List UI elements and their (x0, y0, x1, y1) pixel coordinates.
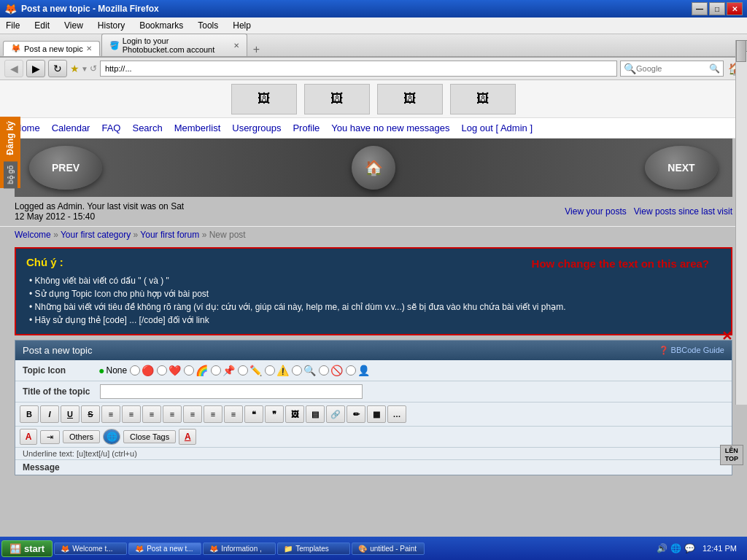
close-tags-button[interactable]: Close Tags (123, 430, 176, 443)
icon-radio-7[interactable]: 🔍 (292, 365, 316, 376)
indent-special-button[interactable]: ⇥ (40, 430, 60, 444)
nav-search[interactable]: Search (132, 122, 162, 133)
menu-view[interactable]: View (61, 19, 86, 32)
nav-messages[interactable]: You have no new messages (331, 122, 449, 133)
edit-button[interactable]: ✏ (347, 405, 365, 423)
view-posts-since-link[interactable]: View posts since last visit (634, 206, 732, 217)
align-center-button[interactable]: ≡ (122, 405, 141, 423)
taskbar-item-paint[interactable]: 🎨 untitled - Paint (352, 542, 425, 555)
menu-help[interactable]: Help (230, 19, 254, 32)
menu-bookmarks[interactable]: Bookmarks (136, 19, 186, 32)
start-button[interactable]: 🪟 start (1, 540, 53, 557)
others-button[interactable]: Others (63, 430, 100, 443)
menu-file[interactable]: File (3, 19, 23, 32)
menu-edit[interactable]: Edit (31, 19, 53, 32)
icon-radio-selected[interactable]: ● None (98, 365, 127, 376)
italic-button[interactable]: I (40, 405, 59, 423)
icon-radio-3[interactable]: 🌈 (184, 365, 208, 376)
search-submit-icon[interactable]: 🔍 (709, 63, 720, 74)
view-your-posts-link[interactable]: View your posts (565, 206, 627, 217)
close-button[interactable]: ✕ (727, 2, 743, 15)
nav-calendar[interactable]: Calendar (52, 122, 90, 133)
taskbar-network-icon[interactable]: 🌐 (670, 543, 681, 553)
image-button[interactable]: 🖼 (285, 405, 304, 423)
link-button[interactable]: 🔗 (326, 405, 345, 423)
taskbar-item-welcome[interactable]: 🦊 Welcome t... (54, 542, 127, 555)
taskbar-icon-paint: 🎨 (358, 545, 367, 553)
earth-button[interactable]: 🌐 (103, 429, 120, 445)
menu-tools[interactable]: Tools (195, 19, 221, 32)
taskbar-item-info[interactable]: 🦊 Information , (203, 542, 276, 555)
nav-profile[interactable]: Profile (293, 122, 320, 133)
strikethrough-button[interactable]: S (81, 405, 100, 423)
minimize-button[interactable]: — (692, 2, 708, 15)
radio-circle-5 (238, 365, 248, 376)
icon-radio-6[interactable]: ⚠️ (265, 365, 289, 376)
bookmark-star-icon[interactable]: ★ (70, 63, 80, 74)
scrollbar-right[interactable]: ▲ (735, 40, 747, 405)
maximize-button[interactable]: □ (709, 2, 725, 15)
title-input[interactable] (100, 384, 363, 399)
menu-history[interactable]: History (95, 19, 128, 32)
nav-memberlist[interactable]: Memberlist (174, 122, 221, 133)
reload-icon[interactable]: ↺ (90, 63, 97, 74)
star-icons: ★ ▼ ↺ (70, 63, 97, 74)
next-button[interactable]: NEXT (645, 146, 718, 190)
icon-radio-5[interactable]: ✏️ (238, 365, 262, 376)
sidebar-left: Đăng ký bộ gõ (0, 117, 20, 188)
color-a-button[interactable]: A (20, 429, 37, 445)
icon-radio-1[interactable]: 🔴 (130, 365, 154, 376)
home-banner-button[interactable]: 🏠 (352, 146, 395, 190)
icon-radio-9[interactable]: 👤 (346, 365, 370, 376)
nav-logout[interactable]: Log out [ Admin ] (461, 122, 533, 133)
scrollbar-thumb[interactable] (736, 40, 746, 62)
back-button[interactable]: ◀ (4, 60, 23, 77)
start-icon: 🪟 (9, 543, 21, 554)
align-left-button[interactable]: ≡ (101, 405, 120, 423)
tab-post-new-topic[interactable]: 🦊 Post a new topic ✕ (3, 41, 100, 56)
nav-faq[interactable]: FAQ (101, 122, 120, 133)
taskbar-sound-icon[interactable]: 🔊 (657, 543, 667, 553)
quote-close-button[interactable]: ❞ (265, 405, 284, 423)
post-area: Post a new topic BBCode Guide Topic Icon… (15, 340, 732, 475)
list-ul-button[interactable]: ≡ (204, 405, 222, 423)
indent-button[interactable]: ≡ (224, 405, 243, 423)
notice-close-icon[interactable]: ✕ (721, 328, 732, 344)
nav-usergroups[interactable]: Usergroups (232, 122, 281, 133)
taskbar-label-welcome: Welcome t... (72, 545, 112, 553)
sidebar-input-text[interactable]: bộ gõ (4, 161, 18, 188)
table-button[interactable]: ▤ (306, 405, 325, 423)
breadcrumb-welcome[interactable]: Welcome (15, 230, 51, 240)
align-justify-button[interactable]: ≡ (163, 405, 182, 423)
refresh-button[interactable]: ↻ (48, 60, 67, 77)
new-tab-button[interactable]: + (249, 43, 264, 56)
underline-button[interactable]: U (61, 405, 80, 423)
icon-radio-8[interactable]: 🚫 (319, 365, 343, 376)
breadcrumb-forum[interactable]: Your first forum (140, 230, 199, 240)
search-input[interactable] (636, 64, 709, 73)
tab-close-2[interactable]: ✕ (233, 42, 239, 50)
forward-button[interactable]: ▶ (26, 60, 45, 77)
taskbar-item-post[interactable]: 🦊 Post a new t... (128, 542, 201, 555)
icon-radio-4[interactable]: 📌 (211, 365, 235, 376)
taskbar-notify-icon[interactable]: 💬 (684, 543, 695, 553)
tab-close-1[interactable]: ✕ (86, 44, 92, 52)
sidebar-register-text[interactable]: Đăng ký (2, 117, 18, 160)
align-right-button[interactable]: ≡ (142, 405, 161, 423)
tab-photobucket[interactable]: 🪣 Login to your Photobucket.com account … (101, 34, 247, 56)
scroll-top-button[interactable]: LÊNTOP (720, 445, 743, 465)
address-input[interactable] (100, 61, 617, 77)
grid-button[interactable]: ▦ (367, 405, 386, 423)
bbcode-guide-link[interactable]: BBCode Guide (659, 346, 724, 355)
quote-open-button[interactable]: ❝ (244, 405, 263, 423)
list-ol-button[interactable]: ≡ (183, 405, 202, 423)
icon-radio-2[interactable]: ❤️ (157, 365, 181, 376)
bookmark-down-icon[interactable]: ▼ (81, 65, 88, 73)
more-button[interactable]: … (387, 405, 406, 423)
prev-button[interactable]: PREV (29, 146, 102, 190)
bold-button[interactable]: B (20, 405, 39, 423)
taskbar-item-templates[interactable]: 📁 Templates (277, 542, 350, 555)
breadcrumb-category[interactable]: Your first category (61, 230, 131, 240)
font-color-button[interactable]: A (179, 429, 196, 445)
page-content: 🖼 🖼 🖼 🖼 Home Calendar FAQ Search Memberl… (0, 80, 747, 547)
